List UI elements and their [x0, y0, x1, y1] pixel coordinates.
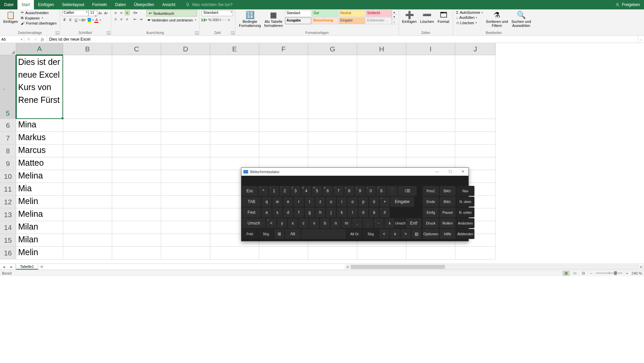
osk-key-s[interactable]: s — [272, 207, 282, 217]
cell-A15[interactable]: Milan — [16, 234, 63, 247]
cell-D7[interactable] — [161, 132, 210, 145]
format-painter-button[interactable]: 🖌Format übertragen — [20, 21, 57, 26]
percent-button[interactable]: % — [207, 17, 213, 23]
conditional-formatting-button[interactable]: 🔢 Bedingte Formatierung — [237, 10, 262, 28]
osk-maximize-button[interactable]: ☐ — [447, 169, 454, 174]
number-dialog-launcher[interactable]: ↘ — [231, 31, 234, 35]
column-header-A[interactable]: A — [16, 43, 63, 55]
cell-C15[interactable] — [112, 234, 161, 247]
sheet-nav-next-button[interactable]: ► — [10, 265, 13, 269]
osk-key-7[interactable]: /7 — [333, 186, 343, 196]
osk-key-+[interactable]: *+ — [380, 197, 390, 207]
column-header-F[interactable]: F — [259, 43, 308, 55]
cell-E8[interactable] — [210, 145, 259, 157]
row-header-9[interactable]: 9 — [0, 157, 16, 170]
format-as-table-button[interactable]: ▦ Als Tabelle formatieren — [263, 10, 284, 28]
style-bad[interactable]: Schlecht — [366, 10, 392, 17]
italic-button[interactable]: K — [68, 17, 73, 23]
cell-A16[interactable]: Melin — [16, 247, 63, 259]
cell-I8[interactable] — [406, 145, 455, 157]
osk-key-5[interactable]: %5 — [312, 186, 322, 196]
cell-F16[interactable] — [259, 247, 308, 259]
hscroll-left-button[interactable]: ◄ — [345, 265, 350, 269]
sheet-tab[interactable]: Tabelle1 — [16, 264, 38, 270]
cell-A14[interactable]: Milan — [16, 221, 63, 234]
osk-key-u[interactable]: u — [326, 197, 336, 207]
osk-key-j[interactable]: j — [326, 207, 336, 217]
cell-C5[interactable] — [112, 55, 161, 119]
osk-key-noben[interactable]: N. oben — [456, 197, 474, 207]
currency-button[interactable]: 💵▾ — [201, 17, 207, 23]
cell-J6[interactable] — [455, 119, 496, 132]
osk-key-rollen[interactable]: Rollen — [440, 218, 456, 228]
row-header-11[interactable]: 11 — [0, 183, 16, 196]
osk-key-3[interactable]: §3 — [290, 186, 301, 196]
tab-formulas[interactable]: Formeln — [88, 0, 111, 9]
cell-C14[interactable] — [112, 221, 161, 234]
cell-D10[interactable] — [161, 170, 210, 183]
cell-B8[interactable] — [63, 145, 112, 157]
orientation-button[interactable]: ⟲▾ — [133, 10, 138, 15]
row-header-7[interactable]: 7 — [0, 132, 16, 145]
share-button[interactable]: Freigeben — [615, 2, 640, 7]
cell-A8[interactable]: Marcus — [16, 145, 63, 157]
osk-key-∧[interactable]: ∧ — [384, 218, 395, 228]
formula-bar-expand-button[interactable]: ⌄ — [638, 36, 644, 43]
cell-B12[interactable] — [63, 196, 112, 208]
confirm-formula-button[interactable]: ✓ — [34, 37, 38, 42]
osk-key-Alt[interactable]: Alt — [285, 229, 301, 239]
osk-key-^[interactable]: °^ — [258, 186, 268, 196]
hscroll-right-button[interactable]: ► — [639, 265, 644, 269]
cell-I5[interactable] — [406, 55, 455, 119]
cell-G5[interactable] — [308, 55, 357, 119]
copy-button[interactable]: ⧉Kopieren▾ — [20, 15, 57, 21]
cell-H7[interactable] — [357, 132, 406, 145]
bold-button[interactable]: F — [62, 17, 67, 23]
clipboard-dialog-launcher[interactable]: ↘ — [56, 31, 59, 35]
align-center-button[interactable]: ≡ — [119, 16, 124, 22]
osk-key-m[interactable]: m — [341, 218, 352, 228]
row-header-6[interactable]: 6 — [0, 119, 16, 132]
sheet-nav-prev-button[interactable]: ◄ — [2, 265, 6, 269]
osk-key-x[interactable]: x — [288, 218, 298, 228]
gallery-up-button[interactable]: ▴ — [392, 10, 397, 15]
cell-G6[interactable] — [308, 119, 357, 132]
osk-key-Umsch[interactable]: Umsch — [242, 218, 266, 228]
cell-C8[interactable] — [112, 145, 161, 157]
cell-C6[interactable] — [112, 119, 161, 132]
osk-key-6[interactable]: &6 — [323, 186, 333, 196]
osk-key-andocken[interactable]: Andocken — [456, 218, 474, 228]
cell-D8[interactable] — [161, 145, 210, 157]
osk-key-Esc[interactable]: Esc — [242, 186, 258, 196]
row-header-14[interactable]: 14 — [0, 221, 16, 234]
gallery-more-button[interactable]: ⌄ — [392, 19, 397, 24]
osk-key-#[interactable]: '# — [380, 207, 390, 217]
osk-key-nav[interactable]: Nav — [456, 186, 474, 196]
osk-key-hilfe[interactable]: Hilfe — [440, 229, 456, 239]
merge-center-button[interactable]: ⬌Verbinden und zentrieren▾ — [146, 17, 197, 23]
osk-key-t[interactable]: t — [305, 197, 315, 207]
osk-key-´[interactable]: `´ — [387, 186, 397, 196]
column-header-H[interactable]: H — [357, 43, 406, 55]
decrease-indent-button[interactable]: ⇤ — [133, 16, 138, 22]
cell-B16[interactable] — [63, 247, 112, 259]
osk-titlebar[interactable]: Bildschirmtastatur — ☐ ✕ — [241, 168, 468, 176]
osk-key-space[interactable] — [301, 229, 346, 239]
cell-G8[interactable] — [308, 145, 357, 157]
cell-B7[interactable] — [63, 132, 112, 145]
align-left-button[interactable]: ≡ — [113, 16, 119, 22]
cell-D16[interactable] — [161, 247, 210, 259]
osk-key-optionen[interactable]: Optionen — [423, 229, 439, 239]
cell-A11[interactable]: Mia — [16, 183, 63, 196]
cell-C12[interactable] — [112, 196, 161, 208]
fill-button[interactable]: ↓Ausfüllen▾ — [455, 15, 484, 20]
grow-font-button[interactable]: A▴ — [98, 10, 103, 16]
osk-key-einfg[interactable]: Einfg — [423, 207, 439, 217]
style-good[interactable]: Gut — [312, 10, 338, 17]
osk-key-bild[interactable]: Bild↑ — [440, 186, 456, 196]
osk-minimize-button[interactable]: — — [433, 169, 441, 174]
font-name-select[interactable]: Calibri — [62, 10, 88, 16]
paste-button[interactable]: 📋 Einfügen — [2, 10, 19, 24]
zoom-in-button[interactable]: + — [625, 271, 629, 275]
osk-key-Alt Gr[interactable]: Alt Gr — [347, 229, 362, 239]
